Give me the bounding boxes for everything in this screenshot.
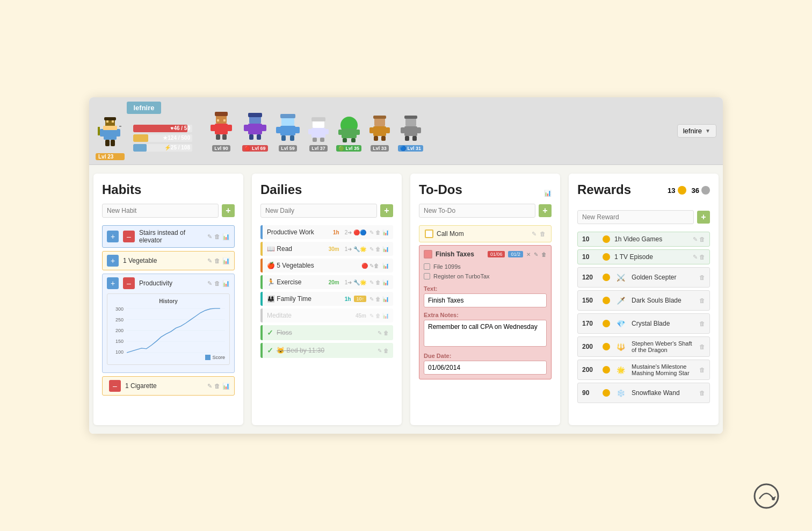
reward-item-dark-souls-blade[interactable]: 150 🗡️ Dark Souls Blade 🗑 (577, 290, 710, 311)
daily-chart-family-time[interactable]: 📊 (382, 296, 389, 302)
habit-chart-vegetable[interactable]: 📊 (222, 257, 230, 264)
daily-chart-vegetables[interactable]: 📊 (382, 263, 389, 269)
daily-check-bed: ✓ (267, 346, 273, 355)
party-member-2[interactable]: Lvl 59 (275, 113, 301, 152)
daily-item-vegetables[interactable]: 🍎 5 Vegetables 🔴 ✎🗑 📊 (260, 259, 393, 272)
todo-delete-call-mom[interactable]: 🗑 (540, 231, 546, 237)
habit-delete-stairs[interactable]: 🗑 (214, 233, 220, 240)
habit-edit-productivity[interactable]: ✎ (207, 280, 212, 287)
add-todo-button[interactable]: + (539, 204, 552, 217)
habit-plus-vegetable[interactable]: + (107, 255, 119, 267)
habit-edit-stairs[interactable]: ✎ (207, 233, 212, 240)
todo-checkbox-call-mom[interactable] (425, 229, 433, 238)
reward-item-golden-scepter[interactable]: 120 ⚔️ Golden Scepter 🗑 (577, 267, 710, 288)
reward-edit-tv-episode[interactable]: ✎ (693, 254, 698, 260)
habit-delete-cigarette[interactable]: 🗑 (214, 383, 220, 390)
reward-edit-video-games[interactable]: ✎ (693, 236, 698, 242)
add-habit-button[interactable]: + (222, 204, 235, 217)
reward-name-video-games: 1h Video Games (614, 235, 688, 243)
habit-delete-productivity[interactable]: 🗑 (214, 280, 220, 287)
daily-edit-floss[interactable]: ✎ (378, 330, 382, 336)
reward-item-snowflake-wand[interactable]: 90 ❄️ Snowflake Wand 🗑 (577, 383, 710, 403)
habit-minus-productivity[interactable]: – (123, 277, 135, 289)
daily-edit-bed[interactable]: ✎ (378, 348, 382, 354)
daily-edit-family-time[interactable]: ✎ (369, 296, 374, 302)
reward-item-tv-episode[interactable]: 10 1 TV Episode ✎ 🗑 (577, 249, 710, 264)
daily-chart-productive-work[interactable]: 📊 (382, 229, 389, 235)
new-todo-input[interactable] (419, 204, 535, 218)
daily-item-family-time[interactable]: 👨‍👩‍👧 Family Time 1h 10↑ ✎ 🗑 📊 (260, 292, 393, 306)
daily-chart-read[interactable]: 📊 (382, 246, 389, 252)
daily-edit-exercise[interactable]: ✎ (369, 279, 374, 285)
daily-edit-meditate[interactable]: ✎ (369, 313, 374, 319)
daily-delete-productive-work[interactable]: 🗑 (375, 229, 381, 235)
new-daily-input[interactable] (260, 204, 377, 218)
habit-edit-vegetable[interactable]: ✎ (207, 257, 212, 264)
habit-minus-cigarette[interactable]: – (109, 380, 121, 392)
todo-checkbox-taxes[interactable] (424, 250, 432, 259)
habit-minus-stairs[interactable]: – (123, 231, 135, 242)
reward-icon-dark-souls-blade: 🗡️ (614, 294, 627, 307)
daily-item-productive-work[interactable]: Productive Work 1h 2➜ 🔴🔵 ✎ 🗑 📊 (260, 225, 393, 239)
add-daily-button[interactable]: + (380, 204, 393, 217)
daily-delete-meditate[interactable]: 🗑 (375, 313, 381, 319)
daily-item-read[interactable]: 📖 Read 30m 1➜ 🔧🌟 ✎ 🗑 📊 (260, 242, 393, 256)
daily-chart-exercise[interactable]: 📊 (382, 279, 389, 285)
user-menu[interactable]: lefnire ▼ (677, 124, 716, 138)
todo-delete-taxes[interactable]: 🗑 (541, 252, 547, 257)
habit-chart-stairs[interactable]: 📊 (222, 233, 230, 240)
new-reward-input[interactable] (577, 210, 694, 224)
party-member-4[interactable]: 🟢 Lvl 35 (336, 114, 361, 152)
party-member-6[interactable]: 🔵 Lvl 31 (398, 114, 423, 152)
daily-delete-floss[interactable]: 🗑 (383, 330, 389, 336)
daily-badge-family-time: 10↑ (354, 296, 366, 302)
daily-item-floss[interactable]: ✓ Floss ✎ 🗑 (260, 325, 393, 340)
daily-item-exercise[interactable]: 🏃 Exercise 20m 1➜ 🔧🌟 ✎ 🗑 📊 (260, 275, 393, 289)
habit-plus-stairs[interactable]: + (107, 231, 119, 242)
daily-delete-bed[interactable]: 🗑 (383, 348, 389, 354)
habit-chart-cigarette[interactable]: 📊 (222, 383, 230, 390)
daily-chart-meditate[interactable]: 📊 (382, 313, 389, 319)
party-member-3[interactable]: Lvl 37 (307, 116, 330, 152)
reward-item-video-games[interactable]: 10 1h Video Games ✎ 🗑 (577, 232, 710, 247)
text-field-input[interactable] (424, 293, 547, 307)
daily-edit-read[interactable]: ✎ (369, 246, 374, 252)
daily-item-meditate[interactable]: Meditate 45m ✎ 🗑 📊 (260, 308, 393, 322)
party-member-1[interactable]: 🔴 Lvl 69 (242, 111, 269, 152)
daily-delete-family-time[interactable]: 🗑 (375, 296, 381, 302)
habit-edit-cigarette[interactable]: ✎ (207, 383, 212, 390)
habit-chart-productivity[interactable]: 📊 (222, 280, 230, 287)
due-field-input[interactable] (424, 361, 547, 375)
habit-plus-productivity[interactable]: + (107, 277, 119, 289)
subtask-checkbox-1099s[interactable] (424, 263, 430, 270)
reward-delete-tv-episode[interactable]: 🗑 (699, 254, 705, 260)
party-sprite-2 (275, 113, 301, 144)
daily-actions-meditate: ✎ 🗑 📊 (369, 313, 389, 319)
reward-delete-video-games[interactable]: 🗑 (699, 236, 705, 242)
todo-item-call-mom[interactable]: Call Mom ✎ 🗑 (419, 225, 552, 242)
svg-rect-57 (404, 126, 417, 136)
reward-item-crystal-blade[interactable]: 170 💎 Crystal Blade 🗑 (577, 313, 710, 334)
daily-delete-exercise[interactable]: 🗑 (375, 279, 381, 285)
habit-delete-vegetable[interactable]: 🗑 (214, 257, 220, 264)
party-member-5[interactable]: Lvl 33 (368, 114, 392, 152)
new-habit-input[interactable] (102, 204, 219, 218)
party-member-0[interactable]: Lvl 90 (207, 111, 235, 152)
subtask-file-1099s: File 1099s (424, 262, 547, 271)
daily-edit-productive-work[interactable]: ✎ (369, 229, 374, 235)
svg-rect-9 (103, 126, 117, 130)
reward-item-mustaine[interactable]: 200 🌟 Mustaine's Milestone Mashing Morni… (577, 360, 710, 380)
add-reward-button[interactable]: + (697, 211, 710, 224)
todo-edit-call-mom[interactable]: ✎ (532, 231, 536, 238)
todo-edit-taxes[interactable]: ✎ (534, 252, 538, 257)
reward-actions-golden-scepter: 🗑 (699, 274, 705, 281)
reward-coin-dark-souls-blade (603, 297, 610, 304)
notes-field-textarea[interactable]: Remember to call CPA on Wednesday (424, 320, 547, 347)
reward-item-stephen-weber[interactable]: 200 🔱 Stephen Weber's Shaft of the Drago… (577, 336, 710, 357)
subtask-checkbox-turbotax[interactable] (424, 273, 430, 279)
daily-delete-read[interactable]: 🗑 (375, 246, 381, 252)
todo-expand-taxes[interactable]: ✕ (526, 252, 531, 257)
daily-item-bed[interactable]: ✓ 🐱 Bed by 11:30 ✎ 🗑 (260, 343, 393, 358)
svg-rect-11 (119, 126, 121, 127)
todos-chart-icon[interactable]: 📊 (544, 190, 552, 197)
